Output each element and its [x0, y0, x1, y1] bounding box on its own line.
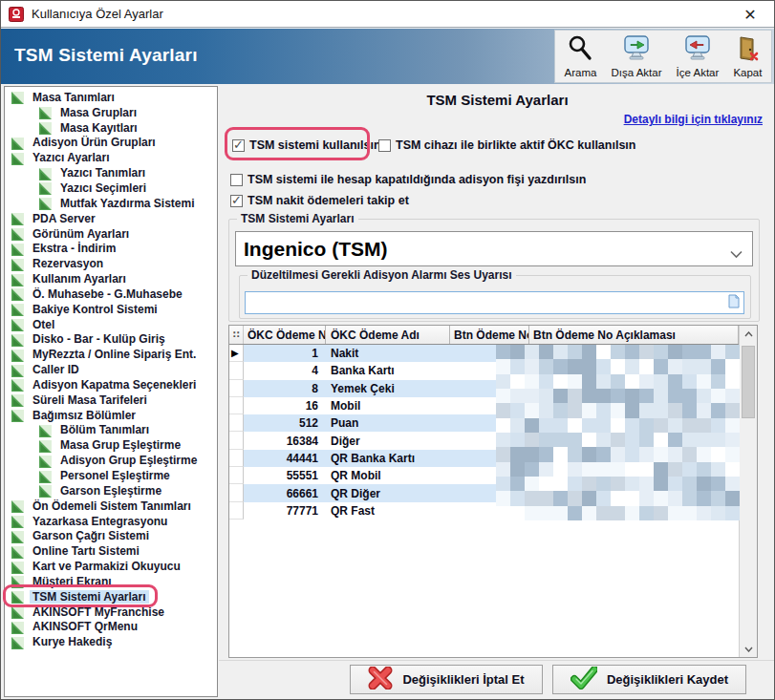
sidebar-item-label: Mutfak Yazdırma Sistemi: [57, 197, 198, 210]
column-header-btn-odeme-aciklamasi[interactable]: Btn Ödeme No Açıklaması: [529, 326, 739, 344]
row-selector-cell[interactable]: [229, 397, 244, 414]
tree-node-icon: [11, 364, 24, 376]
scroll-down-arrow[interactable]: [740, 641, 757, 657]
row-selector-cell[interactable]: [229, 432, 244, 449]
sidebar-item-bakiye-kontrol-sistemi[interactable]: Bakiye Kontrol Sistemi: [11, 302, 215, 317]
row-selector-cell[interactable]: [229, 414, 244, 432]
sidebar-item-masa-kayıtları[interactable]: Masa Kayıtları: [11, 120, 215, 136]
row-selector-cell[interactable]: ▶: [229, 345, 244, 362]
sidebar-item-müşteri-ekranı[interactable]: Müşteri Ekranı: [11, 574, 215, 589]
tsm-device-select[interactable]: Ingenico (TSM): [235, 231, 753, 266]
toolbar-button-ice-aktar[interactable]: İçe Aktar: [674, 32, 722, 80]
content-panel: TSM Sistemi Ayarları Detaylı bilgi için …: [219, 84, 775, 660]
sidebar-item-ön-ödemeli-sistem-tanımları[interactable]: Ön Ödemeli Sistem Tanımları: [11, 498, 215, 514]
tree-node-icon: [11, 530, 24, 542]
sidebar-item-label: Disko - Bar - Kulüp Giriş: [30, 332, 168, 346]
sidebar-item-garson-eşleştirme[interactable]: Garson Eşleştirme: [11, 483, 215, 498]
sidebar-item-kullanım-ayarları[interactable]: Kullanım Ayarları: [11, 271, 215, 286]
row-selector-header[interactable]: ∷: [229, 326, 244, 344]
row-selector-cell[interactable]: [229, 450, 244, 467]
detail-info-link[interactable]: Detaylı bilgi için tıklayınız: [624, 113, 763, 126]
sidebar-item-rezervasyon[interactable]: Rezervasyon: [11, 256, 215, 271]
sidebar-item-label: Masa Grupları: [57, 106, 140, 119]
toolbar: Arama Dışa Aktar İçe Aktar Kapat: [554, 30, 772, 83]
sidebar-item-bağımsız-bölümler[interactable]: Bağımsız Bölümler: [11, 408, 215, 423]
row-selector-cell[interactable]: [229, 467, 244, 484]
sidebar-item-label: Rezervasyon: [30, 257, 106, 270]
sidebar-item-label: Adisyon Grup Eşleştirme: [57, 454, 200, 467]
tree-node-icon: [39, 121, 52, 134]
sidebar-item-label: Masa Tanımları: [30, 91, 118, 104]
sidebar-item-yazıcı-seçimleri[interactable]: Yazıcı Seçimleri: [11, 180, 215, 196]
column-header-okc-odeme-no[interactable]: ÖKC Ödeme No: [244, 326, 326, 344]
save-changes-button[interactable]: Değişiklikleri Kaydet: [552, 665, 746, 694]
sidebar-item-myrezzta-online-sipariş-ent-[interactable]: MyRezzta / Online Sipariş Ent.: [11, 347, 215, 362]
sidebar-item-garson-çağrı-sistemi[interactable]: Garson Çağrı Sistemi: [11, 528, 215, 543]
sidebar-item-personel-eşleştirme[interactable]: Personel Eşleştirme: [11, 468, 215, 483]
column-header-okc-odeme-adi[interactable]: ÖKC Ödeme Adı: [326, 326, 450, 344]
sidebar-item-mutfak-yazdırma-sistemi[interactable]: Mutfak Yazdırma Sistemi: [11, 196, 215, 211]
sidebar-item-süreli-masa-tarifeleri[interactable]: Süreli Masa Tarifeleri: [11, 392, 215, 408]
sidebar-item-tsm-sistemi-ayarları[interactable]: TSM Sistemi Ayarları: [11, 589, 215, 605]
header-banner: TSM Sistemi Ayarları Arama Dışa Aktar İç…: [1, 29, 774, 84]
sidebar-item-bölüm-tanımları[interactable]: Bölüm Tanımları: [11, 423, 215, 438]
table-vertical-scrollbar[interactable]: [739, 326, 757, 657]
sidebar-item-kurye-hakediş[interactable]: Kurye Hakediş: [11, 634, 215, 649]
column-header-btn-odeme-no[interactable]: Btn Ödeme No: [450, 326, 529, 344]
tree-node-icon: [11, 349, 24, 361]
checkbox-box: [230, 195, 243, 207]
checkbox-tsm-kullanilsin[interactable]: TSM sistemi kullanılsın: [232, 138, 381, 152]
sidebar-item-label: Caller ID: [30, 363, 82, 376]
sidebar-item-label: AKINSOFT QrMenu: [30, 620, 140, 633]
sidebar-item-disko-bar-kulüp-giriş[interactable]: Disko - Bar - Kulüp Giriş: [11, 332, 215, 348]
sidebar-item-akinsoft-myfranchise[interactable]: AKINSOFT MyFranchise: [11, 605, 215, 620]
alarm-sound-input[interactable]: [245, 291, 744, 314]
sidebar-item-masa-tanımları[interactable]: Masa Tanımları: [11, 90, 215, 105]
row-selector-cell[interactable]: [229, 502, 244, 520]
sidebar-item-yazıcı-tanımları[interactable]: Yazıcı Tanımları: [11, 165, 215, 180]
sidebar-item-ekstra-i-ndirim[interactable]: Ekstra - İndirim: [11, 241, 215, 256]
alarm-sound-groupbox: Düzeltilmesi Gerekli Adisyon Alarmı Ses …: [239, 275, 751, 319]
tree-node-icon: [11, 561, 24, 573]
toolbar-button-disa-aktar[interactable]: Dışa Aktar: [608, 32, 664, 80]
sidebar-item-otel[interactable]: Otel: [11, 317, 215, 332]
sidebar-item-adisyon-grup-eşleştirme[interactable]: Adisyon Grup Eşleştirme: [11, 453, 215, 468]
toolbar-button-kapat[interactable]: Kapat: [730, 32, 764, 80]
sidebar-item-label: Garson Eşleştirme: [57, 484, 164, 498]
sidebar-item-görünüm-ayarları[interactable]: Görünüm Ayarları: [11, 226, 215, 242]
scroll-up-arrow[interactable]: [740, 326, 757, 342]
sidebar-item-masa-grupları[interactable]: Masa Grupları: [11, 105, 215, 120]
sidebar-item-adisyon-ürün-grupları[interactable]: Adisyon Ürün Grupları: [11, 136, 215, 151]
sidebar-item-yazarkasa-entegrasyonu[interactable]: Yazarkasa Entegrasyonu: [11, 514, 215, 529]
sidebar-item-caller-id[interactable]: Caller ID: [11, 362, 215, 377]
row-selector-cell[interactable]: [229, 380, 244, 397]
row-selector-cell[interactable]: [229, 362, 244, 379]
checkbox-okc-kullanilsin[interactable]: TSM cihazı ile birlikte aktif ÖKC kullan…: [378, 138, 635, 152]
sidebar-item-adisyon-kapatma-seçenekleri[interactable]: Adisyon Kapatma Seçenekleri: [11, 377, 215, 392]
sidebar-item-ö-muhasebe-g-muhasebe[interactable]: Ö. Muhasebe - G.Muhasebe: [11, 286, 215, 302]
sidebar-item-online-tartı-sistemi[interactable]: Online Tartı Sistemi: [11, 543, 215, 559]
cancel-changes-button[interactable]: Değişiklikleri İptal Et: [350, 665, 543, 694]
toolbar-button-arama[interactable]: Arama: [562, 32, 600, 80]
scrollbar-thumb[interactable]: [742, 346, 755, 418]
sidebar-item-label: Garson Çağrı Sistemi: [30, 529, 152, 542]
tree-node-icon: [11, 318, 24, 330]
close-button[interactable]: ✕: [736, 4, 764, 25]
redacted-cells-overlay: [496, 345, 740, 520]
sidebar-item-pda-server[interactable]: PDA Server: [11, 211, 215, 226]
settings-tree-sidebar: Masa TanımlarıMasa GruplarıMasa Kayıtlar…: [4, 86, 218, 697]
sidebar-item-label: Bakiye Kontrol Sistemi: [30, 303, 161, 316]
checkbox-adisyon-fisi[interactable]: TSM sistemi ile hesap kapatıldığında adi…: [230, 173, 586, 186]
sidebar-item-akinsoft-qrmenu[interactable]: AKINSOFT QrMenu: [11, 620, 215, 635]
sidebar-item-kart-ve-parmakizi-okuyucu[interactable]: Kart ve Parmakizi Okuyucu: [11, 559, 215, 574]
file-browse-icon[interactable]: [728, 294, 740, 312]
sidebar-item-yazıcı-ayarları[interactable]: Yazıcı Ayarları: [11, 150, 215, 165]
checkbox-nakit-takip[interactable]: TSM nakit ödemeleri takip et: [230, 194, 409, 207]
tree-node-icon: [11, 287, 24, 300]
sidebar-item-masa-grup-eşleştirme[interactable]: Masa Grup Eşleştirme: [11, 437, 215, 453]
row-selector-cell[interactable]: [229, 484, 244, 501]
cell-okc-odeme-adi: Mobil: [326, 399, 450, 413]
tree-node-icon: [11, 152, 24, 164]
tree-node-icon: [11, 91, 24, 103]
table-header-row: ∷ ÖKC Ödeme No ÖKC Ödeme Adı Btn Ödeme N…: [229, 326, 739, 345]
